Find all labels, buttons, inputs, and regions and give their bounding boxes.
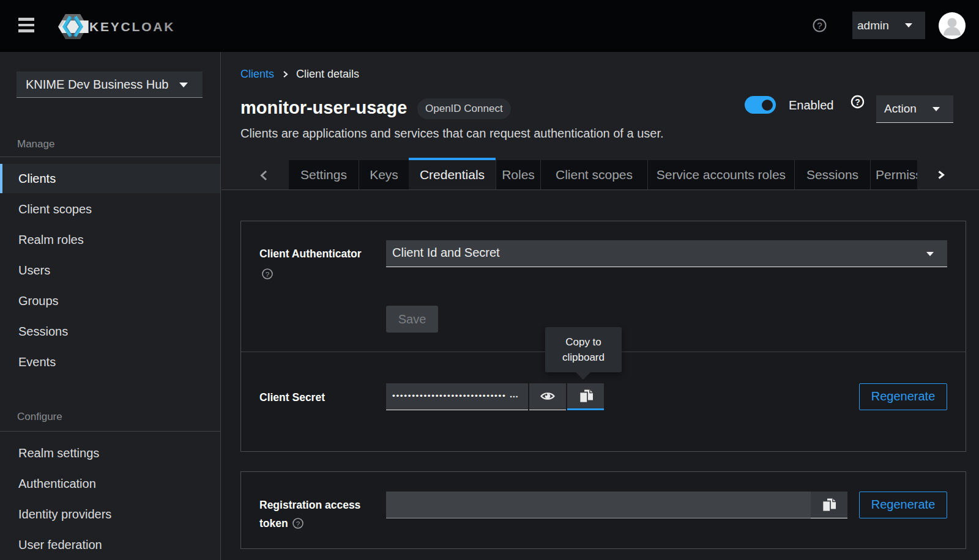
svg-text:?: ? (855, 97, 860, 107)
svg-text:?: ? (296, 520, 300, 528)
svg-text:?: ? (817, 20, 822, 31)
svg-text:KEYCLOAK: KEYCLOAK (89, 20, 175, 34)
svg-text:?: ? (266, 271, 269, 278)
